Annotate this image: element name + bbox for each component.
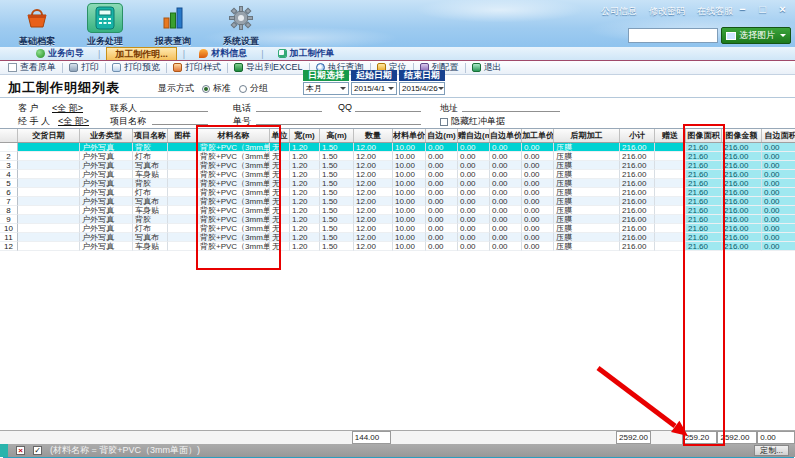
- table-row[interactable]: 6户外写真灯布背胶+PVC（3mm单面）无1.201.5012.0010.000…: [0, 188, 795, 197]
- tab-separator: |: [98, 49, 100, 59]
- grid-cell: 21.60: [686, 179, 722, 188]
- clear-filter-button[interactable]: ×: [16, 446, 25, 455]
- grid-cell: 0.00: [458, 206, 490, 215]
- grid-cell: [655, 188, 686, 197]
- header-cell-交货日期[interactable]: 交货日期: [18, 129, 80, 142]
- chevron-down-icon: [388, 87, 394, 93]
- start-date-select[interactable]: 2015/4/1: [351, 82, 397, 95]
- header-cell-数量[interactable]: 数量: [354, 129, 393, 142]
- grid-cell: [655, 224, 686, 233]
- module-报表查询[interactable]: 报表查询: [146, 3, 200, 48]
- header-cell-自边面积[interactable]: 自边面积: [762, 129, 795, 142]
- tab-业务向导[interactable]: 业务向导: [28, 47, 92, 60]
- select-picture-button[interactable]: 选择图片: [721, 27, 791, 44]
- toolbar-打印预览[interactable]: 打印预览: [108, 61, 164, 74]
- contact-input[interactable]: [140, 102, 208, 112]
- grid-cell: 1.50: [320, 152, 354, 161]
- grid-cell: [18, 233, 80, 242]
- date-mode-select[interactable]: 本月: [303, 82, 349, 95]
- customize-filter-button[interactable]: 定制...: [754, 445, 789, 456]
- module-业务处理[interactable]: 业务处理: [78, 3, 132, 48]
- grid-cell: 0.00: [522, 233, 554, 242]
- toolbar-打印[interactable]: 打印: [65, 61, 103, 74]
- header-cell-业务类型[interactable]: 业务类型: [80, 129, 133, 142]
- close-button[interactable]: ×: [776, 3, 789, 15]
- style-icon: [173, 63, 182, 72]
- radio-grouped[interactable]: 分组: [239, 82, 268, 95]
- handler-value[interactable]: <全 部>: [58, 115, 89, 128]
- header-cell-赠自边(m)[interactable]: 赠自边(m): [458, 129, 490, 142]
- header-cell-材料名称[interactable]: 材料名称: [198, 129, 270, 142]
- search-input[interactable]: [628, 28, 718, 43]
- summary-total-cell: 2592.00: [717, 431, 757, 444]
- header-cell-单位[interactable]: 单位: [270, 129, 290, 142]
- table-row[interactable]: 1户外写真背胶背胶+PVC（3mm单面）无1.201.5012.0010.000…: [0, 143, 795, 152]
- module-label: 报表查询: [146, 35, 200, 48]
- table-row[interactable]: 4户外写真车身贴背胶+PVC（3mm单面）无1.201.5012.0010.00…: [0, 170, 795, 179]
- toolbar-label: 打印样式: [185, 61, 221, 74]
- table-row[interactable]: 7户外写真写真布背胶+PVC（3mm单面）无1.201.5012.0010.00…: [0, 197, 795, 206]
- table-row[interactable]: 2户外写真灯布背胶+PVC（3mm单面）无1.201.5012.0010.000…: [0, 152, 795, 161]
- row-number-cell: 11: [0, 233, 18, 242]
- grid-cell: 10.00: [393, 233, 426, 242]
- header-cell-自边(m)[interactable]: 自边(m): [426, 129, 458, 142]
- header-cell-图样[interactable]: 图样: [168, 129, 198, 142]
- header-cell-图像金额[interactable]: 图像金额: [722, 129, 762, 142]
- address-input[interactable]: [462, 102, 560, 112]
- header-cell-row-indicator[interactable]: [0, 129, 18, 142]
- orderno-input[interactable]: [256, 115, 421, 125]
- toolbar-查看原单[interactable]: 查看原单: [4, 61, 60, 74]
- grid-cell: [168, 224, 198, 233]
- module-label: 业务处理: [78, 35, 132, 48]
- header-cell-赠送[interactable]: 赠送: [655, 129, 686, 142]
- radio-standard[interactable]: 标准: [202, 82, 231, 95]
- header-cell-高(m)[interactable]: 高(m): [320, 129, 354, 142]
- tab-材料信息[interactable]: 材料信息: [191, 47, 255, 60]
- header-cell-后期加工[interactable]: 后期加工: [554, 129, 620, 142]
- table-row[interactable]: 3户外写真写真布背胶+PVC（3mm单面）无1.201.5012.0010.00…: [0, 161, 795, 170]
- module-基础档案[interactable]: 基础档案: [10, 3, 64, 48]
- header-cell-自边单价[interactable]: 自边单价: [490, 129, 522, 142]
- toolbar-退出[interactable]: 退出: [468, 61, 506, 74]
- maximize-button[interactable]: □: [756, 3, 769, 15]
- header-cell-宽(m)[interactable]: 宽(m): [290, 129, 320, 142]
- grid-cell: 背胶+PVC（3mm单面）: [198, 233, 270, 242]
- gear-icon: [223, 3, 259, 33]
- end-date-select[interactable]: 2015/4/26: [399, 82, 445, 95]
- module-系统设置[interactable]: 系统设置: [214, 3, 268, 48]
- header-cell-小计[interactable]: 小计: [620, 129, 655, 142]
- grid-cell: 无: [270, 170, 290, 179]
- qq-input[interactable]: [355, 102, 421, 112]
- top-link[interactable]: 在线客服: [697, 5, 733, 18]
- grid-cell: 压膜: [554, 179, 620, 188]
- tab-加工制作单[interactable]: 加工制作单: [270, 47, 343, 60]
- qq-label: QQ: [338, 102, 352, 112]
- table-row[interactable]: 12户外写真车身贴背胶+PVC（3mm单面）无1.201.5012.0010.0…: [0, 242, 795, 251]
- grid-cell: 0.00: [458, 242, 490, 251]
- toolbar-separator: [465, 63, 466, 73]
- phone-input[interactable]: [256, 102, 322, 112]
- customer-value[interactable]: <全 部>: [52, 102, 83, 115]
- toolbar-打印样式[interactable]: 打印样式: [169, 61, 225, 74]
- header-cell-项目名称[interactable]: 项目名称: [133, 129, 168, 142]
- grid-cell: 1.20: [290, 215, 320, 224]
- top-link[interactable]: 公司信息: [601, 5, 637, 18]
- hide-red-checkbox[interactable]: 隐藏红冲单据: [440, 115, 505, 128]
- table-row[interactable]: 8户外写真车身贴背胶+PVC（3mm单面）无1.201.5012.0010.00…: [0, 206, 795, 215]
- grid-cell: 1.50: [320, 206, 354, 215]
- table-row[interactable]: 10户外写真灯布背胶+PVC（3mm单面）无1.201.5012.0010.00…: [0, 224, 795, 233]
- grid-cell: [655, 152, 686, 161]
- top-link[interactable]: 修改密码: [649, 5, 685, 18]
- filter-enabled-checkbox[interactable]: ✓: [33, 446, 42, 455]
- header-cell-材料单价[interactable]: 材料单价: [393, 129, 426, 142]
- toolbar-导出到EXCEL[interactable]: 导出到EXCEL: [230, 61, 307, 74]
- project-input[interactable]: [152, 115, 208, 125]
- table-row[interactable]: 9户外写真背胶背胶+PVC（3mm单面）无1.201.5012.0010.000…: [0, 215, 795, 224]
- header-cell-加工单价[interactable]: 加工单价: [522, 129, 554, 142]
- table-row[interactable]: 5户外写真背胶背胶+PVC（3mm单面）无1.201.5012.0010.000…: [0, 179, 795, 188]
- tab-加工制作明[interactable]: 加工制作明...: [106, 47, 177, 60]
- table-row[interactable]: 11户外写真写真布背胶+PVC（3mm单面）无1.201.5012.0010.0…: [0, 233, 795, 242]
- header-cell-图像面积[interactable]: 图像面积: [686, 129, 722, 142]
- date-mode-header: 日期选择: [303, 70, 349, 81]
- minimize-button[interactable]: −: [736, 3, 749, 15]
